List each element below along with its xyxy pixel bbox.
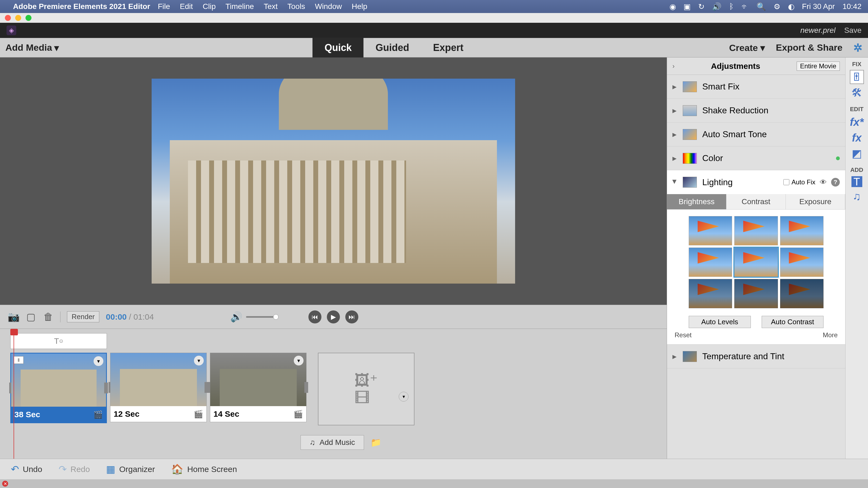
spotlight-icon[interactable]: 🔍 — [756, 2, 766, 11]
menu-file[interactable]: File — [158, 2, 170, 11]
more-button[interactable]: More — [823, 331, 838, 339]
volume-slider[interactable] — [246, 316, 279, 318]
title-track[interactable]: T⊙ — [10, 333, 107, 349]
menubar-date[interactable]: Fri 30 Apr — [802, 2, 835, 11]
collapse-panel-icon[interactable]: › — [673, 62, 675, 70]
menu-edit[interactable]: Edit — [180, 2, 193, 11]
color-icon — [683, 153, 697, 164]
menu-text[interactable]: Text — [264, 2, 278, 11]
subtab-contrast[interactable]: Contrast — [726, 194, 786, 209]
menu-tools[interactable]: Tools — [287, 2, 305, 11]
menu-window[interactable]: Window — [315, 2, 342, 11]
preset-9[interactable] — [780, 279, 824, 308]
add-media-button[interactable]: Add Media ▾ — [5, 42, 59, 53]
adj-auto-smart-tone[interactable]: ▶ Auto Smart Tone — [667, 123, 845, 147]
export-share-button[interactable]: Export & Share — [776, 42, 842, 53]
time-machine-icon[interactable]: ↻ — [698, 2, 705, 11]
save-button[interactable]: Save — [844, 26, 862, 35]
render-button[interactable]: Render — [67, 311, 99, 322]
preset-4[interactable] — [689, 248, 732, 277]
bluetooth-icon[interactable]: ᛒ — [729, 2, 734, 11]
playhead[interactable] — [10, 329, 18, 335]
error-status-icon[interactable]: ✕ — [2, 481, 8, 487]
record-status-icon[interactable]: ◉ — [670, 2, 676, 11]
play-button[interactable]: ▶ — [327, 311, 340, 323]
adjust-sliders-icon[interactable]: 🎚 — [850, 70, 863, 84]
video-preview[interactable] — [152, 78, 515, 284]
subtab-brightness[interactable]: Brightness — [667, 194, 726, 209]
organizer-button[interactable]: ▦ Organizer — [102, 461, 159, 477]
add-music-button[interactable]: ♫ Add Music — [301, 435, 364, 450]
clip-drop-zone[interactable]: 🖼⁺🎞 ▾ — [318, 353, 414, 425]
maximize-window-button[interactable] — [26, 15, 31, 21]
auto-fix-checkbox[interactable]: Auto Fix — [783, 178, 815, 186]
adj-lighting[interactable]: ▶ Lighting Auto Fix 👁 ? — [667, 170, 845, 194]
adj-smart-fix[interactable]: ▶ Smart Fix — [667, 75, 845, 99]
clip-2[interactable]: ▾ 12 Sec🎬 — [110, 353, 207, 422]
preset-6[interactable] — [780, 248, 824, 277]
clip-duration: 12 Sec — [114, 410, 140, 419]
preset-1[interactable] — [689, 216, 732, 246]
control-center-icon[interactable]: ⚙ — [774, 2, 780, 11]
menu-clip[interactable]: Clip — [203, 2, 216, 11]
preview-eye-icon[interactable]: 👁 — [820, 178, 827, 187]
mode-expert[interactable]: Expert — [421, 38, 475, 58]
undo-button[interactable]: ↶ Undo — [6, 461, 46, 477]
wifi-icon[interactable]: ᯤ — [741, 2, 749, 11]
preset-3[interactable] — [780, 216, 824, 246]
transitions-icon[interactable]: ◩ — [850, 147, 863, 160]
temperature-tint-icon — [683, 351, 697, 362]
mode-guided[interactable]: Guided — [364, 38, 421, 58]
adj-temperature-tint[interactable]: ▶ Temperature and Tint — [667, 345, 845, 368]
auto-levels-button[interactable]: Auto Levels — [689, 316, 751, 328]
mode-quick[interactable]: Quick — [312, 38, 364, 58]
snapshot-icon[interactable]: 📷 — [8, 312, 19, 322]
delete-icon[interactable]: 🗑 — [43, 312, 54, 322]
clip-menu-button[interactable]: ▾ — [294, 356, 304, 365]
fx-icon[interactable]: fx — [850, 131, 863, 144]
close-window-button[interactable] — [5, 15, 11, 21]
subtab-exposure[interactable]: Exposure — [786, 194, 845, 209]
speaker-icon[interactable]: 🔊 — [231, 312, 242, 322]
preset-8[interactable] — [734, 279, 778, 308]
reset-button[interactable]: Reset — [675, 331, 692, 339]
notification-icon[interactable]: ▣ — [684, 2, 691, 11]
settings-gear-icon[interactable]: ✲ — [854, 41, 863, 54]
music-icon[interactable]: ♫ — [850, 190, 863, 203]
divider — [60, 312, 61, 322]
help-icon[interactable]: ? — [831, 178, 840, 187]
volume-icon[interactable]: 🔊 — [712, 2, 721, 11]
fx-text-icon[interactable]: fx* — [850, 116, 863, 129]
minimize-window-button[interactable] — [15, 15, 21, 21]
redo-button[interactable]: ↷ Redo — [54, 461, 94, 477]
clip-1[interactable]: ⦀ ▾ 38 Sec🎬 — [10, 353, 107, 423]
clip-marker-icon[interactable]: ⦀ — [14, 356, 24, 364]
adj-color[interactable]: ▶ Color — [667, 147, 845, 170]
clip-menu-button[interactable]: ▾ — [94, 356, 103, 366]
menu-timeline[interactable]: Timeline — [225, 2, 254, 11]
adj-shake-reduction[interactable]: ▶ Shake Reduction — [667, 99, 845, 123]
prev-frame-button[interactable]: ⏮ — [308, 311, 321, 323]
auto-contrast-button[interactable]: Auto Contrast — [762, 316, 824, 328]
preset-7[interactable] — [689, 279, 732, 308]
marker-icon[interactable]: ▢ — [26, 312, 36, 322]
clip-menu-button[interactable]: ▾ — [194, 356, 204, 365]
create-button[interactable]: Create ▾ — [729, 42, 765, 53]
titles-icon[interactable]: T — [851, 176, 862, 187]
dropzone-menu-button[interactable]: ▾ — [399, 392, 408, 401]
siri-icon[interactable]: ◐ — [788, 2, 795, 11]
clip-trim-right[interactable] — [205, 382, 208, 393]
browse-folder-icon[interactable]: 📁 — [371, 437, 381, 448]
preset-2[interactable] — [734, 216, 778, 246]
clip-trim-right[interactable] — [304, 382, 308, 393]
app-name[interactable]: Adobe Premiere Elements 2021 Editor — [13, 2, 150, 11]
scope-button[interactable]: Entire Movie — [797, 62, 840, 71]
preset-5[interactable] — [734, 248, 778, 277]
menu-help[interactable]: Help — [351, 2, 367, 11]
clip-3[interactable]: ▾ 14 Sec🎬 — [210, 353, 307, 422]
clip-trim-right[interactable] — [104, 383, 108, 393]
tools-wrench-icon[interactable]: 🛠 — [850, 86, 863, 99]
home-screen-button[interactable]: 🏠 Home Screen — [167, 461, 241, 477]
next-frame-button[interactable]: ⏭ — [345, 311, 358, 323]
menubar-time[interactable]: 10:42 — [842, 2, 862, 11]
